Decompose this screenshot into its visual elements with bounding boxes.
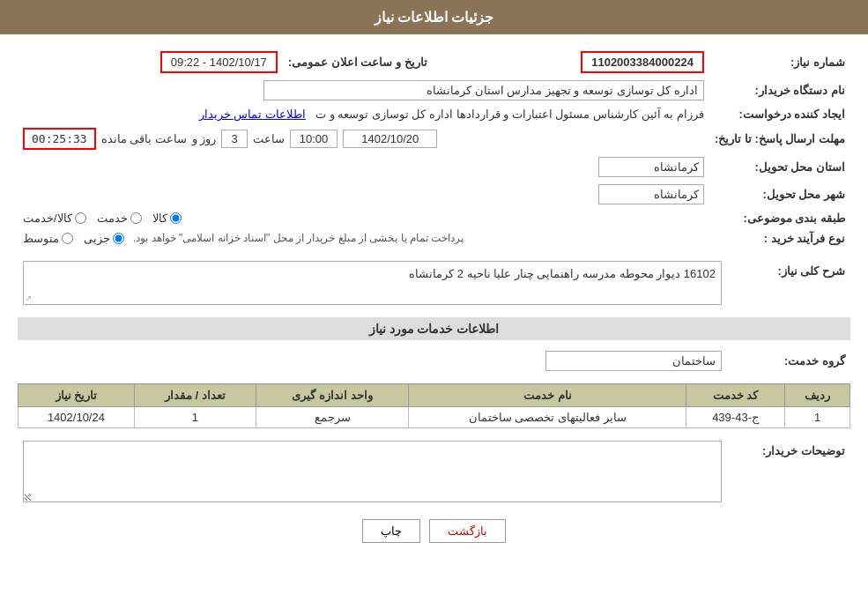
col-name: نام خدمت [409,384,686,407]
category-label: طبقه بندی موضوعی: [709,208,850,228]
creator-link[interactable]: اطلاعات تماس خریدار [199,108,306,121]
time-separator: ساعت [253,132,285,145]
need-desc-table: شرح کلی نیاز: 16102 دیوار محوطه مدرسه را… [18,257,850,308]
need-desc-box: 16102 دیوار محوطه مدرسه راهنمایی چنار عل… [23,261,722,305]
buyer-org-value: اداره کل توسازی توسعه و تجهیز مدارس استا… [18,77,709,104]
remaining-label: ساعت باقی مانده [101,132,187,145]
need-desc-label: شرح کلی نیاز: [727,257,850,308]
cell-qty: 1 [134,407,256,428]
cell-unit: سرجمع [256,407,409,428]
category-options: کالا/خدمت خدمت کالا [18,208,709,228]
service-group-label: گروه خدمت: [727,347,850,375]
col-row: ردیف [785,384,850,407]
province-value: کرمانشاه [18,153,709,181]
col-unit: واحد اندازه گیری [256,384,409,407]
date-box-deadline: 1402/10/20 [343,130,437,148]
need-number-value: 1102003384000224 [433,48,709,77]
cell-date: 1402/10/24 [19,407,135,428]
services-title: اطلاعات خدمات مورد نیاز [18,317,850,340]
timer-box: 00:25:33 [23,128,96,150]
time-box: 10:00 [290,130,338,148]
province-box: کرمانشاه [598,157,704,177]
creator-label: ایجاد کننده درخواست: [709,104,850,124]
need-number-label: شماره نیاز: [709,48,850,77]
table-row: 1 ج-43-439 سایر فعالیتهای تخصصی ساختمان … [19,407,850,428]
need-desc-value: 16102 دیوار محوطه مدرسه راهنمایی چنار عل… [18,257,727,308]
need-number-box: 1102003384000224 [581,51,704,73]
col-code: کد خدمت [686,384,784,407]
buyer-org-label: نام دستگاه خریدار: [709,77,850,104]
announcement-date-label: تاریخ و ساعت اعلان عمومی: [283,48,433,77]
cell-name: سایر فعالیتهای تخصصی ساختمان [409,407,686,428]
buyer-notes-table: توضیحات خریدار: ↗ [18,437,850,506]
days-separator: روز و [192,132,217,145]
deadline-label: مهلت ارسال پاسخ: تا تاریخ: [709,124,850,153]
info-table: شماره نیاز: 1102003384000224 تاریخ و ساع… [18,48,850,249]
cell-row: 1 [785,407,850,428]
city-value: کرمانشاه [18,181,709,208]
province-label: استان محل تحویل: [709,153,850,181]
resize-icon: ↗ [25,293,32,303]
creator-text: فرزام به آئین کارشناس مسئول اعتبارات و ق… [315,108,704,121]
creator-value: فرزام به آئین کارشناس مسئول اعتبارات و ق… [18,104,709,124]
buyer-org-box: اداره کل توسازی توسعه و تجهیز مدارس استا… [263,80,704,100]
deadline-row: 00:25:33 ساعت باقی مانده روز و 3 ساعت 10… [18,124,709,153]
service-option[interactable]: خدمت [97,212,142,225]
goods-service-option[interactable]: کالا/خدمت [23,212,86,225]
col-qty: تعداد / مقدار [134,384,256,407]
partial-option[interactable]: جزیی [84,232,124,245]
service-group-box: ساختمان [545,351,722,371]
back-button[interactable]: بازگشت [429,519,506,543]
textarea-resize-icon: ↗ [25,491,32,501]
content-area: شماره نیاز: 1102003384000224 تاریخ و ساع… [0,34,868,569]
cell-code: ج-43-439 [686,407,784,428]
service-group-value: ساختمان [18,347,727,375]
col-date: تاریخ نیاز [19,384,135,407]
buyer-notes-textarea[interactable] [23,441,722,502]
announcement-date-value: 1402/10/17 - 09:22 [18,48,283,77]
product-option[interactable]: کالا [152,212,182,225]
buttons-row: بازگشت چاپ [18,519,850,543]
payment-note: پرداخت تمام یا بخشی از مبلغ خریدار از مح… [133,232,464,244]
purchase-type-label: نوع فرآیند خرید : [709,228,850,249]
medium-option[interactable]: متوسط [23,232,73,245]
services-table: ردیف کد خدمت نام خدمت واحد اندازه گیری ت… [18,383,850,428]
page-title: جزئیات اطلاعات نیاز [0,0,868,34]
purchase-type-row: متوسط جزیی پرداخت تمام یا بخشی از مبلغ خ… [18,228,709,249]
page-wrapper: جزئیات اطلاعات نیاز شماره نیاز: 11020033… [0,0,868,609]
service-group-table: گروه خدمت: ساختمان [18,347,850,375]
days-box: 3 [221,130,247,148]
print-button[interactable]: چاپ [362,519,420,543]
city-box: کرمانشاه [598,184,704,204]
announcement-date-box: 1402/10/17 - 09:22 [160,51,278,73]
city-label: شهر محل تحویل: [709,181,850,208]
buyer-notes-value: ↗ [18,437,727,506]
buyer-notes-label: توضیحات خریدار: [727,437,850,506]
